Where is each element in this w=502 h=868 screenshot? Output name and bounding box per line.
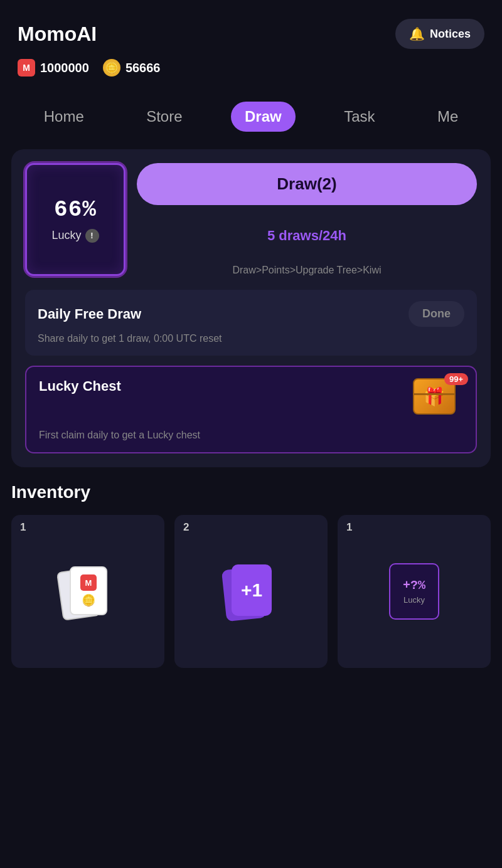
item-count-2: 2 [183,521,189,534]
draw-button[interactable]: Draw(2) [137,163,477,205]
tab-task[interactable]: Task [330,102,388,132]
daily-free-draw: Daily Free Draw Done Share daily to get … [25,290,477,356]
card-coins-icon: 🪙 [82,593,95,607]
lucky-inv-card: +?% Lucky [389,563,439,620]
info-icon[interactable]: ! [85,229,99,243]
lucky-card: 66% Lucky ! [25,163,125,276]
inventory-item-3[interactable]: 1 +?% Lucky [338,515,491,668]
inventory-section: Inventory 1 M 🪙 2 +1 [0,482,502,687]
lucky-label-row: Lucky ! [51,229,99,243]
card-m-icon: M [80,574,97,591]
coin-amount: 56666 [125,61,161,75]
plus1-item: +1 [223,563,279,620]
lucky-inv-label: Lucky [403,595,425,605]
item-count-1: 1 [20,521,26,534]
lucky-chest[interactable]: Lucky Chest 99+ First claim daily to get… [25,366,477,453]
tab-me[interactable]: Me [424,102,472,132]
m-currency: M 1000000 [18,59,89,77]
notices-button[interactable]: 🔔 Notices [395,19,484,49]
m-amount: 1000000 [40,61,89,75]
lucky-chest-title: Lucky Chest [39,378,121,394]
cards-m-item: M 🪙 [60,563,116,620]
card-front: M 🪙 [70,566,107,615]
lucky-item: +?% Lucky [389,563,439,620]
inventory-item-1[interactable]: 1 M 🪙 [11,515,164,668]
daily-free-draw-title: Daily Free Draw [38,306,141,322]
chest-badge: 99+ [444,373,468,385]
inventory-item-2[interactable]: 2 +1 [174,515,328,668]
inventory-grid: 1 M 🪙 2 +1 1 [11,515,491,668]
draw-container: 66% Lucky ! Draw(2) 5 draws/24h Draw>Poi… [11,149,491,467]
lucky-inv-percent: +?% [403,578,425,593]
lucky-percent: 66% [54,197,97,223]
tab-store[interactable]: Store [132,102,196,132]
lucky-chest-top: Lucky Chest 99+ [39,378,463,422]
daily-free-draw-desc: Share daily to get 1 draw, 0:00 UTC rese… [38,333,464,344]
card-stack: M 🪙 [60,563,116,620]
chest-image-container: 99+ [413,378,463,422]
item-count-3: 1 [346,521,352,534]
tab-draw[interactable]: Draw [231,102,296,132]
done-button[interactable]: Done [409,301,464,327]
coin-icon: 🪙 [103,59,120,77]
lucky-chest-desc: First claim daily to get a Lucky chest [39,430,463,441]
plus1-stack: +1 [223,563,279,620]
notices-label: Notices [430,28,471,41]
draw-description: Draw>Points>Upgrade Tree>Kiwi [137,265,477,276]
inventory-title: Inventory [11,482,491,502]
currency-row: M 1000000 🪙 56666 [0,59,502,95]
daily-free-draw-top: Daily Free Draw Done [38,301,464,327]
header: MomoAI 🔔 Notices [0,0,502,59]
draw-info-panel: Draw(2) 5 draws/24h Draw>Points>Upgrade … [137,163,477,276]
m-icon: M [18,59,35,77]
tab-home[interactable]: Home [30,102,98,132]
draws-per-day: 5 draws/24h [137,228,477,244]
lucky-label: Lucky [51,229,81,242]
app-title: MomoAI [18,23,97,46]
nav-tabs: Home Store Draw Task Me [0,95,502,149]
bell-icon: 🔔 [409,26,425,41]
coin-currency: 🪙 56666 [103,59,161,77]
draw-top-row: 66% Lucky ! Draw(2) 5 draws/24h Draw>Poi… [25,163,477,276]
plus1-card-front: +1 [232,564,272,616]
